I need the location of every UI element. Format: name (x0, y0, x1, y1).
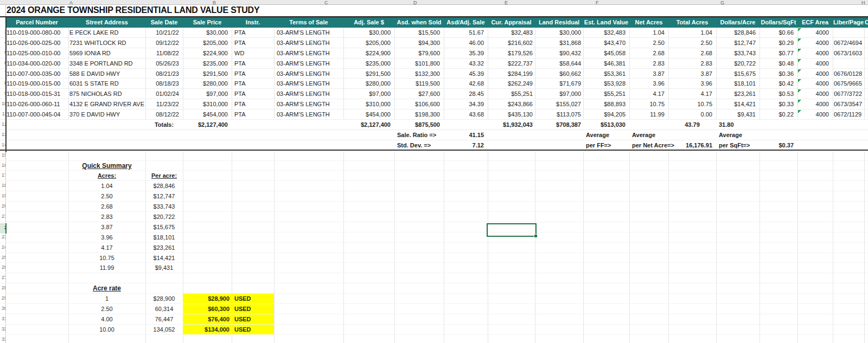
adj-sale-cell[interactable]: $310,000 (343, 99, 394, 109)
empty-cell[interactable] (864, 59, 868, 68)
summary-per-acre-cell[interactable]: $12,747 (145, 191, 183, 201)
net-acres-cell[interactable]: 2.68 (629, 48, 668, 58)
adj-sale-cell[interactable]: $205,000 (343, 38, 394, 48)
used-value-cell[interactable]: $76,400 (183, 314, 232, 324)
cur-appraisal-cell[interactable]: $262,249 (488, 79, 535, 88)
row-number[interactable]: 27 (0, 273, 5, 283)
net-acres-cell[interactable]: 2.83 (629, 59, 668, 68)
liber-page-cell[interactable]: 0673/3547 (833, 99, 864, 109)
summary-acres-cell[interactable]: 3.96 (68, 232, 145, 242)
per-sqft-label[interactable]: per SqFt=> (716, 140, 760, 150)
sale-price-cell[interactable]: $97,000 (183, 89, 232, 99)
sale-price-cell[interactable]: $30,000 (183, 28, 232, 37)
used-label-cell[interactable]: USED (232, 314, 274, 324)
col-header-sale-price[interactable]: Sale Price (183, 17, 232, 28)
summary-per-acre-cell[interactable]: $33,743 (145, 202, 183, 211)
dollars-acre-cell[interactable]: $9,431 (716, 109, 760, 119)
row-number[interactable]: 31 (0, 314, 5, 324)
sale-date-cell[interactable]: 10/21/22 (145, 28, 183, 37)
col-header-instr[interactable]: Instr. (232, 17, 274, 28)
address-cell[interactable]: 6031 S STATE RD (68, 79, 145, 88)
sale-date-cell[interactable]: 01/02/24 (145, 89, 183, 99)
net-acres-cell[interactable]: 11.99 (629, 109, 668, 119)
instr-cell[interactable]: PTA (232, 99, 274, 109)
sale-price-cell[interactable]: $205,000 (183, 38, 232, 48)
row-number[interactable]: 5 (0, 48, 5, 58)
dollars-sqft-cell[interactable]: $0.53 (760, 89, 797, 99)
used-value-cell[interactable]: $60,300 (183, 304, 232, 314)
terms-cell[interactable]: 03-ARM’S LENGTH (274, 38, 343, 48)
summary-acres-cell[interactable]: 1.04 (68, 181, 145, 191)
parcel-cell[interactable]: 110-026-000-025-00 (5, 38, 68, 48)
total-acres-cell[interactable]: 4.17 (668, 89, 716, 99)
asd-when-sold-cell[interactable]: $198,300 (394, 109, 444, 119)
acre-rate-acres-cell[interactable]: 1 (68, 294, 145, 303)
asd-when-sold-cell[interactable]: $79,600 (394, 48, 444, 58)
adj-sale-cell[interactable]: $97,000 (343, 89, 394, 99)
row-number[interactable]: 11 (0, 109, 5, 119)
empty-cell[interactable] (864, 38, 868, 48)
col-header-cut[interactable]: C (864, 17, 868, 28)
row-number[interactable]: 23 (0, 232, 5, 242)
sale-price-cell[interactable]: $291,500 (183, 69, 232, 79)
col-header-total-acres[interactable]: Total Acres (668, 17, 716, 28)
column-letter[interactable]: F (596, 0, 599, 5)
sale-date-cell[interactable]: 08/18/23 (145, 79, 183, 88)
empty-cell[interactable] (864, 79, 868, 88)
per-ff-label[interactable]: per FF=> (583, 140, 629, 150)
sale-date-cell[interactable]: 08/21/23 (145, 69, 183, 79)
parcel-cell[interactable]: 110-025-000-010-00 (5, 48, 68, 58)
address-cell[interactable]: 4132 E GRAND RIVER AVE (68, 99, 145, 109)
row-number[interactable]: 12 (0, 120, 5, 130)
std-dev-label[interactable]: Std. Dev. => (394, 140, 444, 150)
dollars-acre-cell[interactable]: $14,421 (716, 99, 760, 109)
cur-appraisal-cell[interactable]: $179,526 (488, 48, 535, 58)
col-header-terms[interactable]: Terms of Sale (274, 17, 343, 28)
summary-per-acre-cell[interactable]: $9,431 (145, 263, 183, 273)
dollars-acre-cell[interactable]: $28,846 (716, 28, 760, 37)
summary-acres-cell[interactable]: 10.75 (68, 253, 145, 263)
totals-label[interactable]: Totals: (145, 120, 183, 130)
ecf-area-cell[interactable]: 4000 (797, 79, 833, 88)
used-label-cell[interactable]: USED (232, 304, 274, 314)
sale-price-cell[interactable]: $454,000 (183, 109, 232, 119)
row-number[interactable]: 3 (0, 28, 5, 37)
ecf-area-cell[interactable]: 4000 (797, 69, 833, 79)
terms-cell[interactable]: 03-ARM’S LENGTH (274, 69, 343, 79)
ecf-area-cell[interactable]: 4000 (797, 38, 833, 48)
dollars-acre-cell[interactable]: $33,743 (716, 48, 760, 58)
parcel-cell[interactable]: 110-018-000-015-31 (5, 89, 68, 99)
land-residual-cell[interactable]: $155,027 (535, 99, 583, 109)
col-header-land-residual[interactable]: Land Residual (535, 17, 583, 28)
total-acres-cell[interactable]: 2.83 (668, 59, 716, 68)
total-acres-cell[interactable]: 2.50 (668, 38, 716, 48)
liber-page-cell[interactable]: 0677/3722 (833, 89, 864, 99)
summary-per-acre-cell[interactable]: $14,421 (145, 253, 183, 263)
col-header-dollars-acre[interactable]: Dollars/Acre (716, 17, 760, 28)
summary-per-acre-cell[interactable]: $23,261 (145, 243, 183, 253)
instr-cell[interactable]: PTA (232, 109, 274, 119)
instr-cell[interactable]: PTA (232, 89, 274, 99)
total-acres-cell[interactable]: 3.96 (668, 79, 716, 88)
row-number[interactable]: 14 (0, 140, 5, 150)
total-acres-cell[interactable]: 2.68 (668, 48, 716, 58)
est-land-value-cell[interactable]: $46,381 (583, 59, 629, 68)
row-number[interactable]: 7 (0, 69, 5, 79)
liber-page-cell[interactable] (833, 59, 864, 68)
acre-rate-acres-cell[interactable]: 2.50 (68, 304, 145, 314)
col-header-dollars-sqft[interactable]: Dollars/SqFt (760, 17, 797, 28)
per-acre-header[interactable]: Per acre: (145, 171, 183, 180)
adj-sale-cell[interactable]: $291,500 (343, 69, 394, 79)
sale-date-cell[interactable]: 08/12/22 (145, 109, 183, 119)
est-land-value-cell[interactable]: $94,205 (583, 109, 629, 119)
asd-when-sold-cell[interactable]: $27,600 (394, 89, 444, 99)
summary-acres-cell[interactable]: 2.50 (68, 191, 145, 201)
adj-sale-cell[interactable]: $30,000 (343, 28, 394, 37)
acre-rate-acres-cell[interactable]: 4.00 (68, 314, 145, 324)
parcel-cell[interactable]: 110-007-000-035-00 (5, 69, 68, 79)
column-letter[interactable]: H (861, 0, 865, 5)
liber-page-cell[interactable]: 0672/1129 (833, 109, 864, 119)
row-number[interactable]: 33 (0, 335, 5, 343)
total-acres-cell[interactable]: 10.75 (668, 99, 716, 109)
acre-rate-value-cell[interactable]: 134,052 (145, 325, 183, 334)
